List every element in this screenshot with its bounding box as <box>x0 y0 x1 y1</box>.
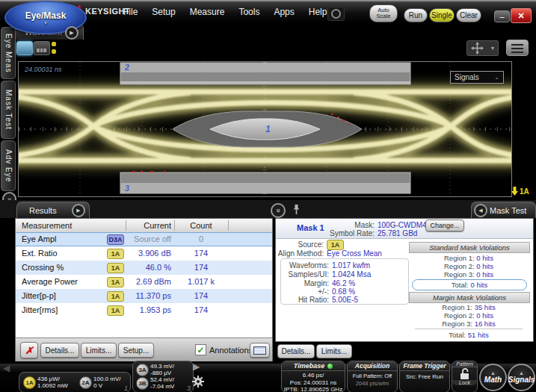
panel-index: 3 <box>187 385 191 392</box>
table-row-crossing[interactable]: Crossing % 1A 46.0 % 174 <box>16 261 272 275</box>
scroll-right-icon[interactable]: ▶ <box>193 361 200 372</box>
auto-scale-button[interactable]: Auto Scale <box>369 4 398 22</box>
pan-tool-dropdown-button[interactable]: ▼ <box>487 40 499 56</box>
menu-setup[interactable]: Setup <box>152 7 175 17</box>
table-row-jitter-rms[interactable]: Jitter[rms] 1A 1.953 ps 174 <box>16 303 272 317</box>
close-button[interactable]: ✕ <box>511 8 532 23</box>
eye-mask-application: KEYSIGHT File Setup Measure Tools Apps H… <box>0 0 536 392</box>
chevron-down-icon: ⌄ <box>494 74 499 81</box>
channel-1a-badge: 1A <box>23 376 36 389</box>
delete-measurement-button[interactable]: ✗ <box>20 342 38 358</box>
results-tab-menu-button[interactable]: ▶ <box>72 204 85 217</box>
pattern-lock-panel[interactable]: Pattern Lock <box>452 361 478 392</box>
clear-button[interactable]: Clear <box>456 8 481 22</box>
svg-text:3: 3 <box>125 184 129 193</box>
setup-button[interactable]: Setup... <box>118 343 154 358</box>
mask-details-button[interactable]: Details... <box>277 344 315 358</box>
checkmark-icon: ✓ <box>197 346 204 354</box>
svg-text:1: 1 <box>265 124 271 134</box>
red-x-icon: ✗ <box>25 345 34 356</box>
hamburger-icon <box>511 44 523 46</box>
chevron-down-icon: ▼ <box>43 21 48 25</box>
single-button[interactable]: Single <box>429 8 455 22</box>
menu-tools[interactable]: Tools <box>238 7 259 17</box>
channel-panel-3[interactable]: 3A 49.3 mV/ -880 µV 3B 52.4 mV/ -7.04 mV… <box>132 361 194 392</box>
menu-file[interactable]: File <box>123 7 138 17</box>
annotations-label: Annotations <box>209 346 253 355</box>
channel-2a-badge: 2A <box>79 376 92 389</box>
channel-3b-badge: 3B <box>136 377 149 390</box>
svg-text:2: 2 <box>124 63 129 72</box>
minimize-button[interactable]: – <box>494 10 510 22</box>
padlock-open-icon <box>458 368 472 380</box>
marker-dot-2-icon[interactable] <box>52 49 56 54</box>
pan-tool-button[interactable] <box>466 40 488 56</box>
results-panel: Measurement Current Count Eye Ampl D3A S… <box>15 218 273 361</box>
symbol-rate-value: 25.781 GBd <box>378 229 417 237</box>
channel-3a-badge: 3A <box>136 364 149 376</box>
menu-measure[interactable]: Measure <box>190 7 225 17</box>
margin-violations-header: Margin Mask Violations <box>409 292 530 303</box>
play-icon: ▶ <box>70 30 73 36</box>
play-back-icon: ◀ <box>478 208 482 214</box>
signals-dropdown[interactable]: Signals ⌄ <box>450 71 504 84</box>
sidebar-tab-adv-eye[interactable]: Adv Eye <box>1 140 16 191</box>
table-row-ext-ratio[interactable]: Ext. Ratio 1A 3.906 dB 174 <box>16 246 272 261</box>
math-button[interactable]: ▲ Math <box>479 364 507 391</box>
move-arrows-icon <box>471 42 484 55</box>
collapse-panel-button[interactable]: » <box>271 203 286 218</box>
marker-dot-1-icon[interactable] <box>52 42 56 46</box>
screenshot-camera-button[interactable] <box>327 7 345 21</box>
table-row-eye-ampl[interactable]: Eye Ampl D3A Source off 0 <box>16 232 272 246</box>
table-row-jitter-pp[interactable]: Jitter[p-p] 1A 11.370 ps 174 <box>16 289 272 303</box>
mask-test-tab-menu-button[interactable]: ◀ <box>474 204 487 217</box>
signals-button[interactable]: ▲ Signals <box>508 364 535 391</box>
change-mask-button[interactable]: Change... <box>425 220 464 231</box>
frame-trigger-panel[interactable]: Frame Trigger Src: Free Run <box>399 361 450 392</box>
mask-header-bar: Mask 1 Mask: 100G-CWDM4 Change... Symbol… <box>276 219 533 239</box>
status-led-green <box>327 364 333 369</box>
results-footer-bar: ✗ Details... Limits... Setup... ✓ Annota… <box>16 337 272 361</box>
menu-help[interactable]: Help <box>309 7 327 17</box>
table-icon <box>253 346 266 355</box>
mask-region-3: 3 <box>120 172 410 193</box>
timebase-panel[interactable]: Timebase 6.46 ps/ Pos: 24.00031 ns IPTB:… <box>281 361 345 392</box>
results-table-header[interactable]: Measurement Current Count <box>16 219 272 233</box>
eye-diagram-display[interactable]: 2 3 1 24.00031 ns Si <box>18 61 512 197</box>
mask-source-badge: 1A <box>327 240 344 250</box>
gear-icon[interactable] <box>191 375 205 388</box>
menu-apps[interactable]: Apps <box>274 7 294 17</box>
acquisition-panel[interactable]: Acquisition Full Pattern: Off 2048 pts/w… <box>347 361 398 392</box>
caret-down-icon: ▼ <box>490 46 496 51</box>
close-icon: ✕ <box>517 11 524 21</box>
waveform-tab-menu-button[interactable]: ▶ <box>65 26 78 40</box>
lower-tab-bar: Results ▶ » Mask Test ◀ <box>0 200 536 218</box>
layout-grid-view-button[interactable] <box>34 41 50 55</box>
mask-region-1: 1 <box>173 111 362 147</box>
down-arrow-icon <box>511 187 518 196</box>
channel-panel-1[interactable]: 1A 436 µW/ 1.0092 mW 2A 100.0 mV/ 0 V 1 <box>19 372 131 392</box>
mask-region-2: 2 <box>120 63 410 84</box>
camera-icon <box>331 9 341 19</box>
scroll-left-icon[interactable]: ◀ <box>3 363 10 373</box>
standard-total-pill: Total: 0 hits <box>412 279 527 290</box>
eye-diagram-waveform: 2 3 1 24.00031 ns <box>19 62 511 196</box>
table-row-average-power[interactable]: Average Power 1A 2.69 dBm 1.017 k <box>16 275 272 289</box>
run-button[interactable]: Run <box>404 8 428 22</box>
display-menu-button[interactable] <box>506 40 529 56</box>
annotations-checkbox[interactable]: ✓ <box>195 344 206 355</box>
mask-limits-button[interactable]: Limits... <box>316 344 352 358</box>
standard-violations-header: Standard Mask Violations <box>409 242 530 253</box>
sidebar-tab-eye-meas[interactable]: Eye Meas <box>1 27 16 79</box>
play-icon: ▶ <box>76 208 80 214</box>
sidebar-tab-mask-test[interactable]: Mask Test <box>1 81 16 139</box>
annotation-table-button[interactable] <box>250 343 270 358</box>
pin-icon[interactable] <box>292 204 301 215</box>
layout-single-view-button[interactable] <box>16 41 33 55</box>
details-button[interactable]: Details... <box>40 343 79 358</box>
mask-stats-box: Waveforms: 1.017 kwfm Samples/UI: 1.0424… <box>280 258 409 305</box>
source-marker: 1A <box>511 187 529 196</box>
limits-button[interactable]: Limits... <box>81 343 117 358</box>
align-method-value: Eye Cross Mean <box>327 249 382 258</box>
minimize-icon: – <box>499 14 504 19</box>
